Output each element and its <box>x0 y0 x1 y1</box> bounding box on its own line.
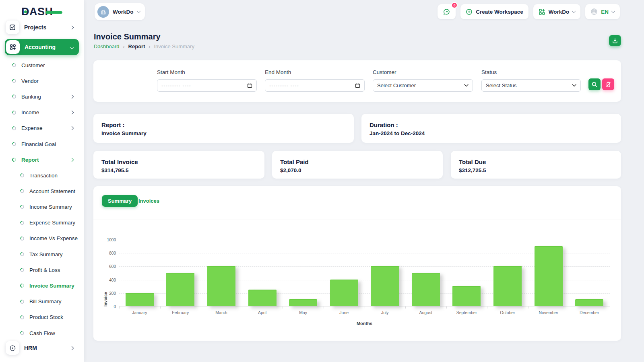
sidebar-subitem-transaction[interactable]: Transaction <box>0 170 84 181</box>
bar-august[interactable] <box>412 273 440 306</box>
download-icon <box>612 38 618 43</box>
bar-september[interactable] <box>452 286 481 306</box>
sidebar-subitem-account-statement[interactable]: Account Statement <box>0 186 84 196</box>
chart-column <box>160 239 201 306</box>
brand-logo[interactable]: DASH <box>21 6 53 18</box>
duration-card-title: Duration : <box>369 121 613 128</box>
bar-march[interactable] <box>207 266 235 306</box>
sidebar-item-customer[interactable]: Customer <box>0 60 84 70</box>
chevron-down-icon <box>136 9 140 13</box>
sidebar-subitem-invoice-summary[interactable]: Invoice Summary <box>0 280 84 291</box>
axis-tick-mark <box>283 306 283 309</box>
sidebar-item-label: Account Statement <box>29 188 84 194</box>
sidebar-subitem-income-vs-expense[interactable]: Income Vs Expense <box>0 233 84 244</box>
sidebar-item-report[interactable]: Report <box>0 154 84 165</box>
sidebar-item-projects[interactable]: Projects <box>0 22 84 33</box>
y-axis-tick-label: 200 <box>109 291 116 296</box>
total-due-title: Total Due <box>459 158 613 165</box>
sidebar-item-accounting[interactable]: Accounting <box>5 39 79 55</box>
create-workspace-button[interactable]: Create Workspace <box>460 4 528 19</box>
end-month-input[interactable]: --------- ---- <box>265 79 365 92</box>
axis-tick-mark <box>405 306 406 309</box>
workspace-menu-label: WorkDo <box>549 9 570 15</box>
workspace-switcher[interactable]: WorkDo <box>95 3 145 20</box>
messages-button[interactable]: 0 <box>438 4 456 19</box>
sidebar-item-label: Profit & Loss <box>29 267 84 273</box>
bullet-icon <box>11 125 17 131</box>
status-select-value: Select Status <box>486 82 572 88</box>
axis-tick-mark <box>324 306 324 309</box>
bar-january[interactable] <box>126 293 154 306</box>
reset-filter-button[interactable] <box>602 78 614 90</box>
hrm-icon <box>6 341 19 355</box>
sidebar-item-label: Expense Summary <box>29 220 84 226</box>
sidebar-item-income[interactable]: Income <box>0 107 84 118</box>
breadcrumb-dashboard[interactable]: Dashboard <box>94 43 120 49</box>
chart-card: Summary Invoices Invoice 020040060080010… <box>93 186 621 341</box>
bar-july[interactable] <box>371 266 399 306</box>
bar-october[interactable] <box>493 266 522 306</box>
tab-summary[interactable]: Summary <box>102 195 138 207</box>
sidebar-item-expense[interactable]: Expense <box>0 123 84 134</box>
sidebar-subitem-bill-summary[interactable]: Bill Summary <box>0 296 84 307</box>
total-due-value: $312,725.5 <box>459 167 613 173</box>
chart-column <box>528 239 569 306</box>
customer-select[interactable]: Select Customer <box>373 79 473 92</box>
bar-may[interactable] <box>289 299 317 306</box>
sidebar-item-financial-goal[interactable]: Financial Goal <box>0 139 84 149</box>
sidebar-item-vendor[interactable]: Vendor <box>0 76 84 86</box>
chevron-right-icon <box>70 346 74 350</box>
sidebar-subitem-tax-summary[interactable]: Tax Summary <box>0 249 84 259</box>
bullet-icon <box>19 173 25 178</box>
sidebar-item-label: Customer <box>21 62 84 68</box>
globe-icon <box>590 8 598 15</box>
chart-column <box>283 239 324 306</box>
chart-column <box>242 239 283 306</box>
start-month-input[interactable]: --------- ---- <box>157 79 257 92</box>
page-title: Invoice Summary <box>94 32 161 41</box>
calendar-icon <box>355 83 360 88</box>
y-axis-tick-label: 1000 <box>107 238 116 242</box>
language-selector[interactable]: EN <box>585 4 620 19</box>
x-axis-tick-label: March <box>201 310 242 315</box>
chat-icon <box>443 8 450 16</box>
axis-tick-mark <box>569 306 569 309</box>
bullet-icon <box>19 188 25 194</box>
breadcrumb-report[interactable]: Report <box>128 43 145 49</box>
y-axis-tick-label: 800 <box>109 251 116 255</box>
sidebar-item-label: Expense <box>21 125 70 131</box>
sidebar-subitem-profit-loss[interactable]: Profit & Loss <box>0 265 84 275</box>
bar-february[interactable] <box>166 273 194 306</box>
sidebar-item-banking[interactable]: Banking <box>0 91 84 102</box>
sidebar-subitem-cash-flow[interactable]: Cash Flow <box>0 328 84 338</box>
bar-december[interactable] <box>575 299 603 306</box>
workspace-avatar <box>97 6 109 18</box>
axis-tick-mark <box>119 306 120 309</box>
divider <box>93 220 621 220</box>
circle-plus-icon <box>466 8 473 15</box>
report-card-value: Invoice Summary <box>101 130 346 136</box>
chevron-right-icon <box>70 25 74 29</box>
apply-filter-button[interactable] <box>588 78 601 90</box>
y-axis-tick-label: 600 <box>109 264 116 269</box>
sidebar-item-hrm[interactable]: HRM <box>0 343 84 353</box>
download-button[interactable] <box>609 35 621 46</box>
topbar-actions: 0 Create Workspace WorkDo EN <box>438 4 620 19</box>
bar-april[interactable] <box>248 290 277 306</box>
sidebar-subitem-expense-summary[interactable]: Expense Summary <box>0 218 84 228</box>
bar-june[interactable] <box>330 280 358 306</box>
status-label: Status <box>481 69 581 75</box>
x-axis-tick-label: July <box>365 310 406 315</box>
workspace-menu-button[interactable]: WorkDo <box>533 4 581 19</box>
sidebar-subitem-product-stock[interactable]: Product Stock <box>0 312 84 323</box>
status-select[interactable]: Select Status <box>481 79 581 92</box>
start-month-group: Start Month --------- ---- <box>157 69 257 92</box>
total-invoice-card: Total Invoice $314,795.5 <box>93 151 264 179</box>
sidebar-subitem-income-summary[interactable]: Income Summary <box>0 202 84 212</box>
bullet-icon <box>19 251 25 257</box>
chart-plot <box>119 240 610 306</box>
chevron-right-icon <box>70 95 74 99</box>
bar-november[interactable] <box>535 246 563 306</box>
axis-tick-mark <box>242 306 242 309</box>
tab-invoices[interactable]: Invoices <box>138 198 159 204</box>
